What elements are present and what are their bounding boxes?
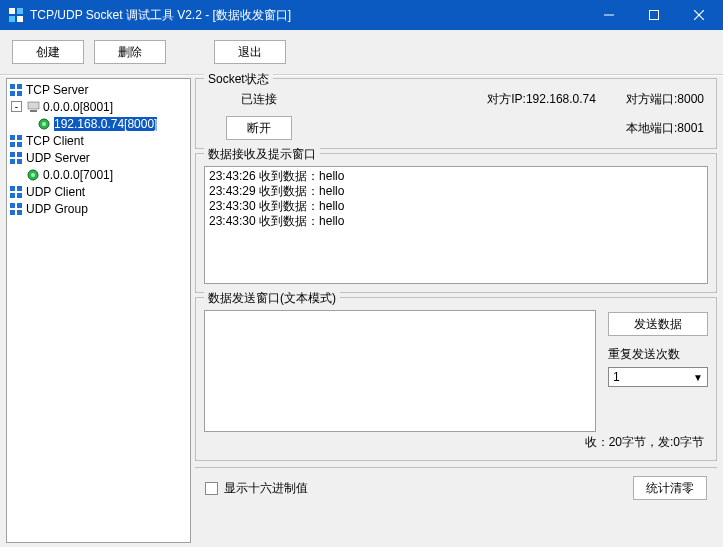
tree-label: 0.0.0.0[7001] — [43, 168, 113, 182]
svg-rect-20 — [10, 152, 15, 157]
svg-rect-31 — [17, 203, 22, 208]
connection-icon — [26, 168, 40, 182]
tree-udp-client[interactable]: UDP Client — [7, 183, 190, 200]
svg-rect-28 — [10, 193, 15, 198]
svg-rect-3 — [17, 16, 23, 22]
tree-label: UDP Server — [26, 151, 90, 165]
svg-rect-10 — [10, 91, 15, 96]
group-icon — [9, 134, 23, 148]
group-icon — [9, 202, 23, 216]
svg-rect-5 — [649, 11, 658, 20]
titlebar: TCP/UDP Socket 调试工具 V2.2 - [数据收发窗口] — [0, 0, 723, 30]
close-button[interactable] — [676, 0, 721, 30]
select-value: 1 — [613, 370, 620, 384]
svg-rect-16 — [10, 135, 15, 140]
send-group: 数据发送窗口(文本模式) 发送数据 重复发送次数 1 ▼ 收：20字节，发:0字… — [195, 297, 717, 461]
svg-rect-0 — [9, 8, 15, 14]
titlebar-text: TCP/UDP Socket 调试工具 V2.2 - [数据收发窗口] — [30, 7, 586, 24]
tree-tcp-server-connection[interactable]: 192.168.0.74[8000] — [7, 115, 190, 132]
checkbox-label: 显示十六进制值 — [224, 480, 308, 497]
svg-point-25 — [31, 173, 35, 177]
hex-checkbox[interactable]: 显示十六进制值 — [205, 480, 308, 497]
chevron-down-icon: ▼ — [693, 372, 703, 383]
svg-rect-9 — [17, 84, 22, 89]
socket-info: 对方IP:192.168.0.74 对方端口:8000 — [314, 91, 708, 108]
maximize-button[interactable] — [631, 0, 676, 30]
tree-udp-server[interactable]: UDP Server — [7, 149, 190, 166]
create-button[interactable]: 创建 — [12, 40, 84, 64]
toolbar: 创建 删除 退出 — [0, 30, 723, 75]
socket-status-group: Socket状态 已连接 对方IP:192.168.0.74 对方端口:8000… — [195, 78, 717, 149]
group-title: Socket状态 — [204, 71, 273, 88]
group-icon — [9, 83, 23, 97]
stats-text: 收：20字节，发:0字节 — [204, 432, 708, 452]
group-title: 数据发送窗口(文本模式) — [204, 290, 340, 307]
group-icon — [9, 151, 23, 165]
tree-tcp-server-listener[interactable]: - 0.0.0.0[8001] — [7, 98, 190, 115]
receive-textbox[interactable]: 23:43:26 收到数据：hello 23:43:29 收到数据：hello … — [204, 166, 708, 284]
send-side-panel: 发送数据 重复发送次数 1 ▼ — [608, 310, 708, 432]
clear-stats-button[interactable]: 统计清零 — [633, 476, 707, 500]
collapse-icon[interactable]: - — [11, 101, 22, 112]
server-icon — [26, 100, 40, 114]
tree-label: TCP Server — [26, 83, 88, 97]
peer-port: 对方端口:8000 — [626, 91, 704, 108]
connection-icon — [37, 117, 51, 131]
svg-point-15 — [42, 122, 46, 126]
repeat-count-select[interactable]: 1 ▼ — [608, 367, 708, 387]
peer-ip: 对方IP:192.168.0.74 — [487, 91, 596, 108]
disconnect-button[interactable]: 断开 — [226, 116, 292, 140]
svg-rect-21 — [17, 152, 22, 157]
svg-rect-18 — [10, 142, 15, 147]
minimize-button[interactable] — [586, 0, 631, 30]
app-window: TCP/UDP Socket 调试工具 V2.2 - [数据收发窗口] 创建 删… — [0, 0, 723, 547]
tree-tcp-client[interactable]: TCP Client — [7, 132, 190, 149]
svg-rect-27 — [17, 186, 22, 191]
socket-row-1: 已连接 对方IP:192.168.0.74 对方端口:8000 — [204, 91, 708, 108]
group-icon — [9, 185, 23, 199]
disconnect-wrap: 断开 — [204, 116, 314, 140]
tree-label: UDP Group — [26, 202, 88, 216]
delete-button[interactable]: 删除 — [94, 40, 166, 64]
app-icon — [8, 7, 24, 23]
receive-group: 数据接收及提示窗口 23:43:26 收到数据：hello 23:43:29 收… — [195, 153, 717, 293]
send-button[interactable]: 发送数据 — [608, 312, 708, 336]
group-title: 数据接收及提示窗口 — [204, 146, 320, 163]
svg-rect-8 — [10, 84, 15, 89]
connection-status: 已连接 — [204, 91, 314, 108]
svg-rect-29 — [17, 193, 22, 198]
svg-rect-32 — [10, 210, 15, 215]
local-port: 本地端口:8001 — [626, 120, 708, 137]
svg-rect-1 — [17, 8, 23, 14]
svg-rect-33 — [17, 210, 22, 215]
repeat-label: 重复发送次数 — [608, 346, 708, 363]
tree-label: TCP Client — [26, 134, 84, 148]
svg-rect-23 — [17, 159, 22, 164]
socket-row-2: 断开 本地端口:8001 — [204, 116, 708, 140]
tree-udp-server-listener[interactable]: 0.0.0.0[7001] — [7, 166, 190, 183]
svg-rect-26 — [10, 186, 15, 191]
svg-rect-11 — [17, 91, 22, 96]
svg-rect-22 — [10, 159, 15, 164]
toolbar-spacer — [176, 40, 204, 64]
svg-rect-19 — [17, 142, 22, 147]
main-panel: Socket状态 已连接 对方IP:192.168.0.74 对方端口:8000… — [195, 76, 723, 547]
checkbox-box — [205, 482, 218, 495]
tree-tcp-server[interactable]: TCP Server — [7, 81, 190, 98]
send-textbox[interactable] — [204, 310, 596, 432]
svg-rect-12 — [28, 102, 39, 109]
send-area: 发送数据 重复发送次数 1 ▼ — [204, 310, 708, 432]
tree-label: 192.168.0.74[8000] — [54, 117, 157, 131]
svg-rect-30 — [10, 203, 15, 208]
body-area: TCP Server - 0.0.0.0[8001] 192.168.0.74[… — [0, 75, 723, 547]
connection-tree[interactable]: TCP Server - 0.0.0.0[8001] 192.168.0.74[… — [6, 78, 191, 543]
tree-label: UDP Client — [26, 185, 85, 199]
svg-rect-13 — [30, 110, 37, 112]
tree-label: 0.0.0.0[8001] — [43, 100, 113, 114]
svg-rect-2 — [9, 16, 15, 22]
svg-rect-17 — [17, 135, 22, 140]
footer-bar: 显示十六进制值 统计清零 — [195, 467, 717, 506]
window-controls — [586, 0, 721, 30]
tree-udp-group[interactable]: UDP Group — [7, 200, 190, 217]
exit-button[interactable]: 退出 — [214, 40, 286, 64]
